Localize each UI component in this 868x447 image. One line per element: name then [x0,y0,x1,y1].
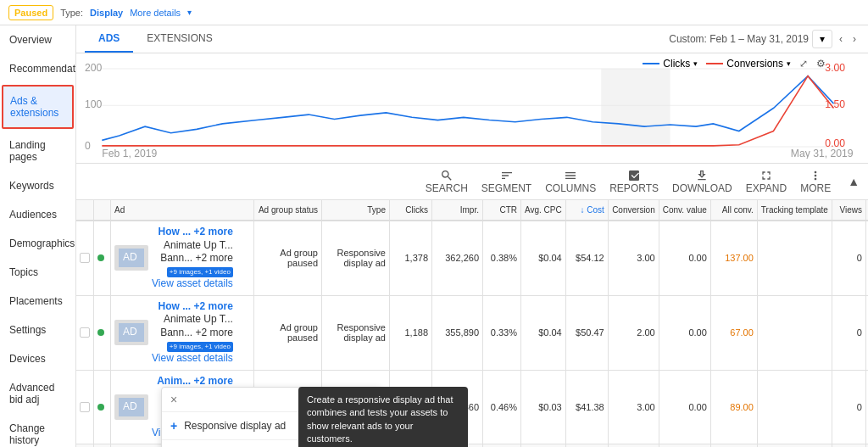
row-ad-cell: AD How ... +2 more Animate Up T... Bann.… [111,295,254,370]
ad-name[interactable]: Anim... +2 more [152,375,233,388]
collapse-button[interactable]: ▲ [848,175,860,188]
tab-ads[interactable]: ADS [85,25,133,53]
row-cpc: $0.03 [521,370,566,444]
chart-legend: Clicks ▾ Conversions ▾ ⤢ ⚙ [643,58,826,70]
sidebar-item-placements[interactable]: Placements [0,287,75,316]
view-asset-details-link[interactable]: View asset details [152,352,233,366]
row-group-status: Ad group paused [254,295,322,370]
chart-area: Clicks ▾ Conversions ▾ ⤢ ⚙ 200 100 0 [76,53,868,164]
sidebar-item-advanced-bid[interactable]: Advanced bid adj [0,373,75,414]
col-clicks[interactable]: Clicks [390,200,432,221]
ad-name[interactable]: How ... +2 more [152,300,233,314]
dropdown-close-button[interactable]: × [170,393,177,406]
settings-icon[interactable]: ⚙ [816,58,826,70]
row-checkbox[interactable] [76,370,94,444]
row-views: 0 [832,295,865,370]
search-label: SEARCH [426,182,468,194]
svg-text:Feb 1, 2019: Feb 1, 2019 [102,147,157,159]
ad-thumbnail: AD [114,245,148,271]
performance-chart: 200 100 0 Feb 1, 2019 May 31, 2019 3.00 … [85,58,860,159]
more-details-link[interactable]: More details [130,8,181,18]
row-status [94,221,111,295]
legend-clicks[interactable]: Clicks ▾ [643,58,698,70]
row-clicks: 1,188 [390,295,432,370]
col-tracking[interactable]: Tracking template [757,200,832,221]
row-checkbox[interactable] [76,295,94,370]
segment-toolbar-button[interactable]: SEGMENT [478,167,535,196]
row-clicks: 1,378 [390,221,432,295]
ad-info: How ... +2 more Animate Up T... Bann... … [152,226,233,291]
row-conv-value: 0.00 [659,295,710,370]
sidebar-item-topics[interactable]: Topics [0,258,75,287]
ad-info: How ... +2 more Animate Up T... Bann... … [152,300,233,366]
top-bar: Paused Type: Display More details ▾ [0,0,868,25]
chevron-down-icon-conversions[interactable]: ▾ [787,59,791,68]
col-conversions[interactable]: Conversion [608,200,659,221]
columns-toolbar-button[interactable]: COLUMNS [542,167,599,196]
more-toolbar-button[interactable]: MORE [797,167,834,196]
expand-toolbar-button[interactable]: EXPAND [743,167,790,196]
sidebar-item-audiences[interactable]: Audiences [0,200,75,229]
sidebar-item-keywords[interactable]: Keywords [0,171,75,200]
col-views[interactable]: Views [832,200,865,221]
row-all-conv: 137.00 [710,221,757,295]
legend-conversions-label: Conversions [726,58,783,70]
table-wrapper: × + Responsive display ad ↑ Upload displ… [76,200,868,447]
view-asset-details-link[interactable]: View asset details [152,277,233,291]
date-range-button[interactable]: ▾ [812,30,832,48]
svg-text:100: 100 [85,98,102,110]
col-cpc[interactable]: Avg. CPC [521,200,566,221]
chevron-down-icon-clicks[interactable]: ▾ [693,59,698,68]
main-layout: Overview Recommendations Ads & extension… [0,25,868,447]
sidebar-item-change-history[interactable]: Change history [0,414,75,447]
row-ad-cell: AD How ... +2 more Animate Up T... Bann.… [111,221,254,295]
table-row: AD How ... +2 more Animate Up T... Bann.… [76,221,868,295]
tabs: ADS EXTENSIONS [85,25,226,53]
row-cost: $54.12 [565,221,608,295]
legend-conversions[interactable]: Conversions ▾ [706,58,791,70]
ad-badge: +9 images, +1 video [167,267,233,277]
col-checkbox [76,200,94,221]
col-type[interactable]: Type [322,200,390,221]
sidebar-item-demographics[interactable]: Demographics [0,229,75,258]
sidebar-item-devices[interactable]: Devices [0,344,75,373]
col-ctr[interactable]: CTR [483,200,521,221]
expand-label: EXPAND [746,182,787,194]
plus-icon: + [170,419,177,433]
next-date-icon[interactable]: › [849,31,860,47]
col-conv-value[interactable]: Conv. value [659,200,710,221]
svg-text:0: 0 [85,140,91,152]
sidebar-item-landing-pages[interactable]: Landing pages [0,131,75,171]
download-label: DOWNLOAD [672,182,732,194]
row-conversions: 3.00 [608,221,659,295]
row-cost: $50.47 [565,295,608,370]
col-status [94,200,111,221]
col-all-conv[interactable]: All conv. [710,200,757,221]
prev-date-icon[interactable]: ‹ [836,31,846,47]
col-ad[interactable]: Ad [111,200,254,221]
sidebar-item-settings[interactable]: Settings [0,316,75,344]
download-toolbar-button[interactable]: DOWNLOAD [669,167,736,196]
col-cost[interactable]: ↓ Cost [565,200,608,221]
col-impr[interactable]: Impr. [432,200,483,221]
col-ad-group-status[interactable]: Ad group status [254,200,322,221]
sidebar-item-recommendations[interactable]: Recommendations [0,54,75,83]
row-type: Responsive display ad [322,221,390,295]
search-toolbar-button[interactable]: SEARCH [422,167,471,196]
reports-toolbar-button[interactable]: REPORTS [606,167,662,196]
chevron-down-icon[interactable]: ▾ [187,8,192,17]
row-group-status: Ad group paused [254,221,322,295]
row-views: 0 [832,221,865,295]
svg-text:0.00: 0.00 [825,137,845,149]
ad-name[interactable]: How ... +2 more [152,226,233,239]
expand-icon[interactable]: ⤢ [799,58,808,70]
sidebar: Overview Recommendations Ads & extension… [0,25,76,447]
type-value[interactable]: Display [90,8,123,18]
sidebar-item-overview[interactable]: Overview [0,25,75,54]
row-conv-value: 0.00 [659,221,710,295]
table-row: AD How ... +2 more Animate Up T... Bann.… [76,295,868,370]
content-area: ADS EXTENSIONS Custom: Feb 1 – May 31, 2… [76,25,868,447]
sidebar-item-ads-extensions[interactable]: Ads & extensions [2,85,74,129]
tab-extensions[interactable]: EXTENSIONS [133,25,225,53]
row-checkbox[interactable] [76,221,94,295]
